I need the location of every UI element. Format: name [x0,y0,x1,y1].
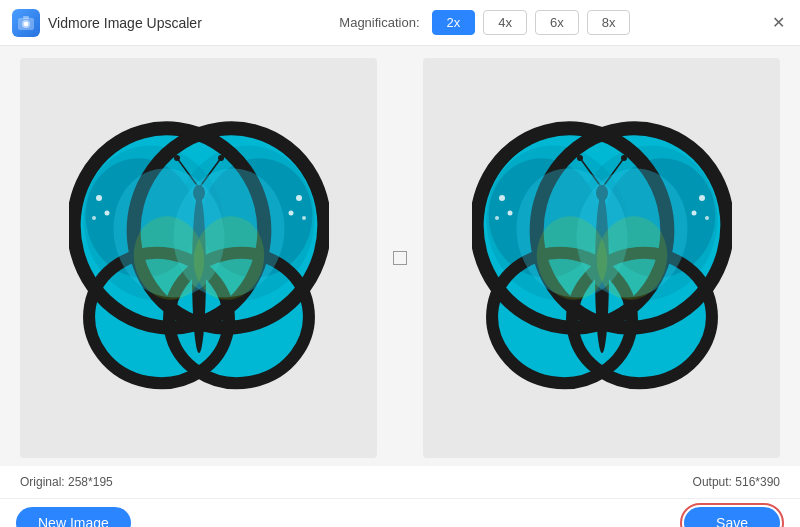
svg-point-27 [218,155,224,161]
svg-point-55 [621,155,627,161]
svg-rect-3 [23,16,29,19]
save-button-wrapper: Save [680,503,784,527]
svg-point-16 [96,195,102,201]
svg-point-47 [699,195,705,201]
svg-point-44 [499,195,505,201]
app-icon [12,9,40,37]
svg-point-21 [302,216,306,220]
svg-point-45 [507,211,512,216]
bottom-bar: New Image Save [0,498,800,527]
close-button[interactable]: ✕ [768,13,788,33]
compare-icon[interactable] [393,251,407,265]
title-bar: Vidmore Image Upscaler Magnification: 2x… [0,0,800,46]
original-image-panel [20,58,377,458]
svg-point-20 [288,211,293,216]
output-image-panel [423,58,780,458]
svg-point-53 [577,155,583,161]
magnification-area: Magnification: 2x 4x 6x 8x [339,10,630,35]
svg-point-46 [495,216,499,220]
new-image-button[interactable]: New Image [16,507,131,527]
svg-point-19 [296,195,302,201]
info-bar: Original: 258*195 Output: 516*390 [0,466,800,498]
divider-area [385,58,415,458]
main-content [0,46,800,466]
title-left: Vidmore Image Upscaler [12,9,202,37]
app-title: Vidmore Image Upscaler [48,15,202,31]
mag-6x-button[interactable]: 6x [535,10,579,35]
mag-8x-button[interactable]: 8x [587,10,631,35]
mag-4x-button[interactable]: 4x [483,10,527,35]
svg-point-48 [691,211,696,216]
svg-point-17 [104,211,109,216]
mag-2x-button[interactable]: 2x [432,10,476,35]
svg-point-18 [92,216,96,220]
svg-point-25 [174,155,180,161]
output-info: Output: 516*390 [693,475,780,489]
svg-point-49 [705,216,709,220]
magnification-label: Magnification: [339,15,419,30]
svg-point-2 [24,21,28,25]
save-button[interactable]: Save [684,507,780,527]
original-info: Original: 258*195 [20,475,113,489]
